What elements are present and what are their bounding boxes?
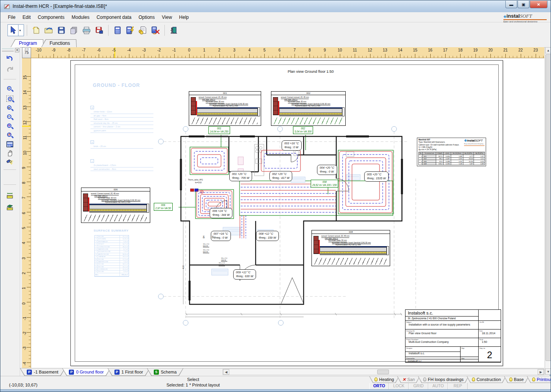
module-tab-fh-loops-drawings[interactable]: FH loops drawings [418,376,468,383]
print-button[interactable] [81,25,92,36]
copy-pages-button[interactable] [68,25,79,36]
plan-icon: P [69,370,74,375]
menu-file[interactable]: File [4,13,19,21]
floor-detail-001[interactable]: 001screed: Cement screed, ZC 45 mmPex pi… [189,91,261,126]
cursor-coordinates: (-10,03; 10,67) [9,383,37,387]
measure-area-button[interactable] [4,202,15,212]
menu-component-data[interactable]: Component data [93,13,135,21]
zoom-window-button[interactable]: + [4,94,15,103]
document-tab-strip: ProgramFunctions [0,38,551,48]
module-tab-heating[interactable]: Heating [370,376,399,383]
results-tables-button[interactable] [137,25,148,36]
sheet-tab-schema[interactable]: SSchema [147,368,183,375]
sheet-tab-0-ground-floor[interactable]: P0 Ground floor [63,368,110,375]
plan-icon: P [27,370,32,375]
new-file-button[interactable] [31,25,42,36]
scroll-left-icon[interactable]: ◀ [223,369,229,375]
module-tab-san[interactable]: ✕San [398,376,420,383]
pipe-spec-label: 16 x 2.0166 W [221,257,227,261]
menu-help[interactable]: Help [175,13,192,21]
undo-button[interactable] [4,54,15,63]
project-data-button[interactable] [94,25,105,36]
room-label-008[interactable]: 008 +12 °CΦreq.: 159 W [256,231,279,241]
room-label-001[interactable]: 001 +20 °CΦreq.: 705 W [229,171,252,181]
highlight-button[interactable] [4,156,15,166]
room-label-002[interactable]: 002 +20 °CΦreq.: 417 W [269,171,292,181]
copy-pages-icon [70,26,78,35]
zoom-previous-button[interactable]: ↺ [4,131,15,140]
menu-components[interactable]: Components [34,13,68,21]
horizontal-scrollbar[interactable]: ◀ ▶ [223,369,544,375]
vertical-scrollbar[interactable]: ▲ ▼ [545,47,551,375]
room-label-006[interactable]: 006 +24 °CΦreq.: 344 W [210,208,232,218]
clear-results-button[interactable] [150,25,161,36]
module-tab-printout[interactable]: Printout [527,376,551,383]
tb-date: Date18.11.2014 [479,329,501,338]
quick-calculations-button[interactable] [125,25,136,36]
room-label-004[interactable]: 004 +20 °CΦreq.: 0 W [317,165,337,175]
toolbar-close-icon[interactable]: ✕ [15,48,19,52]
save-file-button[interactable] [56,25,67,36]
menu-edit[interactable]: Edit [19,13,34,21]
tab-functions[interactable]: Functions [42,40,76,47]
manifold-table[interactable]: ◈instalSOFTEasy and professional designi… [417,138,486,166]
floor-detail-006[interactable]: 006screed: Cement screed, ZC 45 mmPex pi… [81,188,150,223]
sheet-tab--1-basement[interactable]: P-1 Basement [20,368,64,375]
vertical-ruler: 1514131211109876543210-1-2-3-4 [22,58,31,368]
zoom-in-button[interactable]: + [4,84,15,94]
calculations-button[interactable] [112,25,123,36]
zoom-indicator[interactable]: ⟷ 75 [22,47,31,58]
drawing-canvas[interactable]: Plan view Ground floor 1:50 GROUND - FLO… [31,58,544,368]
toggle-grid[interactable]: GRID [409,383,428,389]
zoom-pan-icon: ✛ [7,123,13,129]
toggle-auto[interactable]: AUTO [428,383,448,389]
zone-label-008[interactable]: 00829,52 m² VA 100 / 150 [311,180,338,188]
redo-button[interactable] [4,65,15,74]
zoom-out-button[interactable]: − [4,112,15,122]
select-tool-dropdown[interactable]: ▾ [18,25,22,36]
v-cursor-mark [22,126,31,127]
close-button[interactable]: ✕ [530,1,547,8]
toggle-lock[interactable]: LOCK [389,383,409,389]
open-file-button[interactable] [43,25,54,36]
toolbar-grip[interactable] [2,48,14,52]
module-tab-construction[interactable]: Construction [467,376,506,383]
calculator-icon [113,26,122,35]
scroll-down-icon[interactable]: ▼ [545,368,551,375]
zoom-in-icon: + [7,86,13,92]
printout-sheet[interactable]: Plan view Ground floor 1:50 GROUND - FLO… [70,60,503,366]
measure-length-button[interactable] [4,191,15,201]
module-tab-base[interactable]: Base [505,376,529,383]
floor-detail-008[interactable]: 008screed: Cement screed, ZC 45 mmPex pi… [311,230,390,266]
floor-detail-002[interactable]: 002screed: Cement screed, ZC 45 mmPex pi… [271,91,346,126]
room-label-005[interactable]: 005 +20 °CΦreq.: 1535 W [364,171,389,182]
zoom-in-out-button[interactable]: ± [4,103,15,113]
horizontal-scroll-thumb[interactable] [377,370,389,374]
scroll-up-icon[interactable]: ▲ [545,47,551,53]
vertical-scroll-thumb[interactable] [545,54,551,361]
component-table-button[interactable] [4,140,15,149]
minimize-button[interactable]: ▬ [505,1,517,8]
menu-view[interactable]: View [158,13,176,21]
tab-program[interactable]: Program [11,40,43,47]
room-label-009[interactable]: 009 +12 °CΦreq.: 630 W [233,269,256,280]
detail-layer-label: Hydroinsulation PE Foil 0,2 mm [335,244,361,247]
restore-button[interactable]: ▣ [518,1,529,8]
zoom-pan-button[interactable]: ✛ [4,121,15,131]
bulb-icon [374,377,378,381]
zone-label-006[interactable]: 0062,97 m² VA 50 [154,203,173,211]
scroll-right-icon[interactable]: ▶ [538,369,544,375]
menu-options[interactable]: Options [135,13,158,21]
exit-button[interactable] [168,25,179,36]
tb-address: St. Zjednoczenia 2 41-500 Chorzów Poland [405,317,479,321]
select-tool[interactable]: ▾ [7,24,24,36]
clear-results-icon [151,26,160,35]
zone-label-002[interactable]: 0025,04 m² VA 300 [293,126,313,134]
room-label-003[interactable]: 003 +16 °CΦreq.: 0 W [282,140,302,151]
menu-modules[interactable]: Modules [68,13,93,21]
redo-icon [6,66,14,74]
sheet-tab-1-first-floor[interactable]: P1 First floor [108,368,149,375]
toggle-rep[interactable]: REP [448,383,468,389]
zone-label-001[interactable]: 00114,04 m² VA 250 [208,126,230,134]
toggle-orto[interactable]: ORTO [369,383,389,389]
